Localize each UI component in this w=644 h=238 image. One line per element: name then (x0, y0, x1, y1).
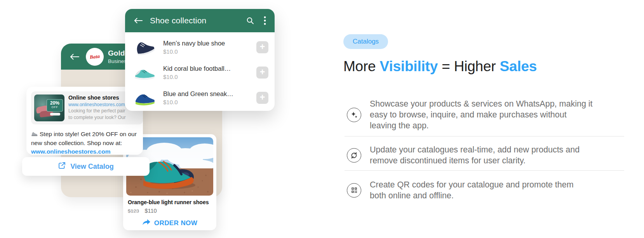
feature-list: Showcase your products & services on Wha… (343, 98, 624, 201)
product-price: $110 (144, 208, 157, 214)
bata-logo: Bata (89, 53, 100, 60)
catalog-header: Shoe collection (125, 9, 275, 32)
kebab-menu-icon[interactable] (264, 16, 266, 25)
preview-title: Online shoe stores (68, 94, 126, 101)
message-text: Step into style! Get 20% OFF on our new … (31, 130, 138, 156)
product-price: $10.0 (163, 99, 256, 105)
blue-green-shoe-thumbnail (132, 88, 157, 108)
external-link-icon (58, 161, 66, 172)
feature-update: Update your catalogues real-time, add ne… (343, 144, 624, 166)
divider (345, 136, 624, 136)
product-price: $10.0 (163, 74, 256, 80)
shoe-emoji-icon (31, 130, 38, 139)
discount-banner: 20% OFF (47, 99, 63, 112)
sync-icon (347, 148, 361, 163)
order-now-label: ORDER NOW (154, 219, 197, 227)
product-list-item[interactable]: Blue and Green sneak… $10.0 + (125, 85, 275, 110)
teal-shoe-thumbnail (132, 63, 157, 82)
product-name: Orange-blue light runner shoes (128, 199, 212, 205)
back-arrow-icon[interactable] (70, 53, 80, 60)
back-arrow-icon[interactable] (134, 17, 143, 24)
product-list: Men’s navy blue shoe $10.0 + Kid coral b… (125, 32, 275, 110)
sparkle-icon (347, 108, 361, 122)
product-list-item[interactable]: Kid coral blue football… $10.0 + (125, 60, 275, 85)
product-price: $10.0 (163, 48, 256, 55)
view-catalog-label: View Catalog (70, 163, 114, 171)
product-name: Blue and Green sneak… (163, 90, 256, 98)
view-catalog-button[interactable]: View Catalog (22, 157, 150, 176)
preview-description-line1: Looking for the perfect pair (68, 108, 126, 114)
product-name: Kid coral blue football… (163, 65, 256, 72)
business-avatar[interactable]: Bata (86, 48, 104, 66)
link-preview-thumbnail: 20% OFF (34, 94, 64, 121)
navy-shoe-thumbnail (132, 38, 157, 57)
divider (345, 170, 624, 171)
catalogs-feature-section: Bata Golden Business (0, 0, 644, 238)
product-list-item[interactable]: Men’s navy blue shoe $10.0 + (125, 35, 275, 60)
product-old-price: $123 (128, 208, 139, 214)
catalog-title: Shoe collection (150, 16, 246, 25)
add-to-cart-button[interactable]: + (256, 66, 268, 79)
preview-description-line2: to complete your look? Our (68, 115, 126, 121)
order-now-button[interactable]: ORDER NOW (126, 219, 213, 228)
search-icon[interactable] (246, 16, 254, 25)
catalogs-badge: Catalogs (343, 34, 388, 49)
section-heading: More Visibility = Higher Sales (343, 58, 537, 75)
feature-qr: Create QR codes for your catalogue and p… (343, 179, 624, 201)
forward-arrow-icon (142, 219, 151, 228)
add-to-cart-button[interactable]: + (256, 92, 268, 104)
preview-url[interactable]: www.onlineshoestores.com (68, 102, 126, 107)
product-prices: $123 $110 (128, 207, 212, 214)
message-link[interactable]: www.onlineshoestores.com (31, 147, 138, 156)
feature-showcase: Showcase your products & services on Wha… (343, 98, 624, 131)
qr-code-icon (347, 183, 361, 198)
product-name: Men’s navy blue shoe (163, 40, 256, 47)
catalog-screen-card: Shoe collection (125, 9, 275, 111)
add-to-cart-button[interactable]: + (256, 41, 268, 53)
